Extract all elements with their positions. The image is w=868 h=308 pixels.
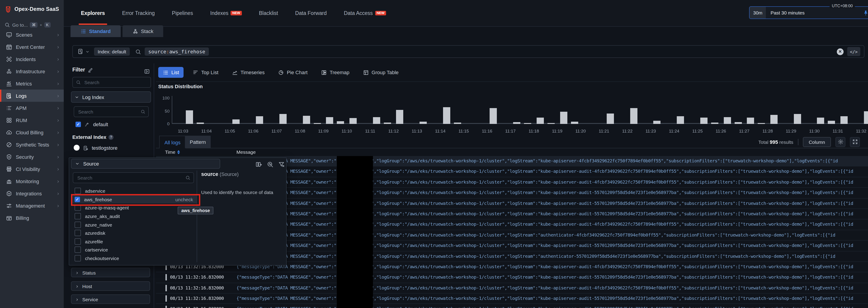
view-tab-top-list[interactable]: Top List <box>188 67 223 78</box>
checkbox-checked-icon[interactable]: ✓ <box>75 122 81 127</box>
sidebar-item-security[interactable]: Security <box>0 151 64 163</box>
view-tab-list[interactable]: List <box>158 67 184 78</box>
section-log-index[interactable]: Log Index <box>71 91 151 103</box>
index-chip[interactable]: Index: default <box>94 48 130 56</box>
tab-standard[interactable]: Standard <box>70 25 121 37</box>
chart-bar <box>197 123 204 124</box>
saved-views-dropdown[interactable] <box>73 49 94 55</box>
sidebar-item-label: Security <box>16 154 53 159</box>
external-index-option-testlogstore[interactable]: testlogstore <box>74 145 118 151</box>
view-tab-timeseries[interactable]: Timeseries <box>227 67 269 78</box>
replace-search-icon[interactable] <box>267 160 274 168</box>
section-status[interactable]: Status <box>71 268 150 277</box>
add-column-icon[interactable] <box>255 160 262 168</box>
checkbox-icon[interactable] <box>74 221 81 228</box>
sidebar-item-apm[interactable]: APM <box>0 102 64 114</box>
time-range-short[interactable]: 30m <box>749 7 766 19</box>
goto-search[interactable]: Go to... ⌘ + K <box>4 22 60 28</box>
log-index-option-default[interactable]: ✓ default <box>75 121 108 127</box>
sidebar-item-metrics[interactable]: Metrics <box>0 78 64 90</box>
chart-bar <box>186 111 193 124</box>
filter-search[interactable] <box>72 77 151 88</box>
collapse-panel-icon[interactable] <box>144 67 150 75</box>
nav-tab-data-access[interactable]: Data AccessNEW <box>335 0 395 26</box>
chart-bar <box>396 110 403 124</box>
source-search[interactable] <box>73 172 194 183</box>
source-option-aws-firehose[interactable]: ✓aws_firehoseuncheck <box>71 195 197 204</box>
sidebar-item-incidents[interactable]: Incidents <box>0 53 64 65</box>
nav-tab-blacklist[interactable]: Blacklist <box>250 0 286 26</box>
logs-tab-pattern[interactable]: Pattern <box>185 136 211 148</box>
log-index-search-input[interactable] <box>77 109 138 115</box>
radio-icon[interactable] <box>74 145 80 151</box>
tab-stack[interactable]: Stack <box>122 25 163 37</box>
view-tab-pie-chart[interactable]: Pie Chart <box>274 67 312 78</box>
sidebar-item-billing[interactable]: Billing <box>0 212 64 224</box>
checkbox-icon[interactable] <box>74 188 81 194</box>
source-option-checkoutservice[interactable]: checkoutservice <box>71 254 197 263</box>
nav-tab-explorers[interactable]: Explorers <box>72 0 114 26</box>
x-tick-label: 11:25 <box>688 128 707 133</box>
checkbox-icon[interactable] <box>74 247 81 253</box>
logs-tab-all-logs[interactable]: All logs <box>159 136 186 148</box>
nav-tab-pipelines[interactable]: Pipelines <box>163 0 202 26</box>
source-option-azurefile[interactable]: azurefile <box>71 237 197 246</box>
sidebar-item-logs[interactable]: Logs <box>0 90 64 102</box>
source-option-cartservice[interactable]: cartservice <box>71 246 197 254</box>
sort-icon[interactable] <box>177 150 180 154</box>
query-input[interactable]: source:aws_firehose <box>145 48 209 56</box>
source-option-adservice[interactable]: adservice <box>71 187 197 195</box>
clear-query-button[interactable]: ✕ <box>837 48 844 55</box>
sidebar-item-monitoring[interactable]: Monitoring <box>0 175 64 187</box>
checkbox-icon[interactable] <box>74 205 81 211</box>
sidebar-item-cloud-billing[interactable]: Cloud Billing <box>0 126 64 138</box>
table-row[interactable]: 08/13 11:32:16.832000{"messageType":"DAT… <box>156 304 868 308</box>
sidebar-item-management[interactable]: Management <box>0 199 64 212</box>
checkbox-icon[interactable] <box>74 255 81 261</box>
checkbox-icon[interactable] <box>74 213 81 219</box>
chart-bar <box>443 107 450 124</box>
sidebar-item-scenes[interactable]: Scenes <box>0 29 64 41</box>
sidebar-item-integrations[interactable]: Integrations <box>0 187 64 199</box>
nav-tab-data-forward[interactable]: Data Forward <box>287 0 335 26</box>
view-tab-group-table[interactable]: Group Table <box>359 67 403 78</box>
table-row[interactable]: 08/13 11:32:16.832000{"messageType":"DAT… <box>156 273 868 283</box>
sidebar-item-ci-visibility[interactable]: CI Visibility <box>0 163 64 175</box>
checkbox-icon[interactable] <box>74 238 81 245</box>
section-source[interactable]: Source <box>71 159 220 169</box>
source-option-azure-native[interactable]: azure_native <box>71 220 197 229</box>
fullscreen-button[interactable] <box>850 137 860 147</box>
source-search-input[interactable] <box>76 175 183 181</box>
status-distribution-chart[interactable]: 05010011:0311:0411:0511:0611:0711:0811:0… <box>156 93 868 134</box>
uncheck-action[interactable]: uncheck <box>176 197 193 202</box>
sidebar-item-synthetic-tests[interactable]: Synthetic Tests <box>0 138 64 151</box>
edit-icon[interactable] <box>88 67 93 73</box>
results-toolbar: Total 995 results Column <box>758 136 860 148</box>
source-option-azuredisk[interactable]: azuredisk <box>71 229 197 237</box>
checkbox-icon[interactable] <box>74 230 81 236</box>
help-icon[interactable]: ? <box>108 134 114 140</box>
settings-button[interactable] <box>835 137 845 147</box>
pin-icon[interactable] <box>863 9 868 17</box>
time-range-picker[interactable]: 30m Past 30 minutes <box>749 6 868 19</box>
sidebar-item-event-center[interactable]: Event Center <box>0 41 64 53</box>
view-tab-treemap[interactable]: Treemap <box>317 67 354 78</box>
checkbox-checked-icon[interactable]: ✓ <box>74 197 80 202</box>
sidebar-item-rum[interactable]: RUM <box>0 114 64 126</box>
sidebar-item-infrastructure[interactable]: Infrastructure <box>0 65 64 78</box>
nav-tab-error-tracking[interactable]: Error Tracking <box>114 0 163 26</box>
filter-search-input[interactable] <box>84 79 147 86</box>
time-range-label[interactable]: Past 30 minutes <box>766 10 863 16</box>
filter-exclude-icon[interactable] <box>278 160 285 168</box>
table-row[interactable]: 08/13 11:32:16.832000{"messageType":"DAT… <box>156 283 868 294</box>
section-host[interactable]: Host <box>71 281 150 291</box>
chevron-right-icon <box>56 117 60 123</box>
log-index-search[interactable] <box>74 106 149 117</box>
code-mode-button[interactable]: </> <box>847 47 860 56</box>
table-row[interactable]: 08/13 11:32:16.832000{"messageType":"DAT… <box>156 294 868 304</box>
section-service[interactable]: Service <box>71 295 150 304</box>
log-index-title: Log Index <box>82 94 104 100</box>
nav-tab-indexes[interactable]: IndexesNEW <box>202 0 250 26</box>
column-button[interactable]: Column <box>803 137 831 147</box>
column-time[interactable]: Time <box>165 149 180 155</box>
